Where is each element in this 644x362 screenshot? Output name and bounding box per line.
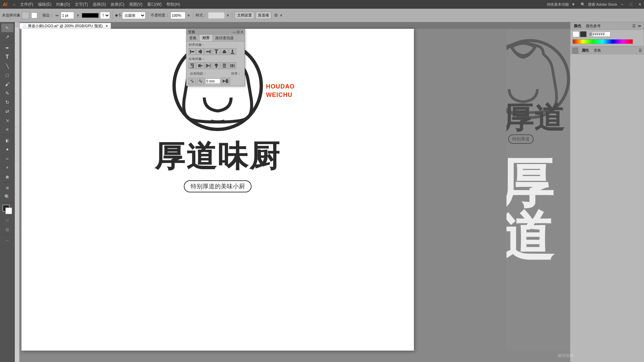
paintbrush-tool[interactable]: 🖌 [1,80,13,88]
opacity-down-arrow[interactable]: ▼ [187,13,191,17]
direct-selection-tool[interactable]: ↗ [1,33,13,41]
menu-help[interactable]: 帮助(H) [164,1,182,8]
more-arrow[interactable]: ▼ [279,13,283,17]
stroke-label: 描边： [42,13,53,18]
color-tab[interactable]: 颜色 [573,23,583,28]
symbol-tool[interactable]: ⚘ [1,163,13,172]
align-panel-menu-icon[interactable]: ☰ [237,30,240,34]
pathfinder-tab-btn[interactable]: 路径查找器 [213,35,237,41]
svg-rect-57 [208,65,210,66]
rotate-tool[interactable]: ↻ [1,98,13,107]
draw-mode-normal[interactable]: □ [1,216,13,225]
spacing-value-input[interactable] [205,78,220,84]
dist-hcenter-btn[interactable] [213,62,220,69]
panel-expand-icon[interactable]: ≫ [638,24,642,28]
close-button[interactable]: ✕ [635,0,644,9]
style-preview[interactable] [208,12,225,19]
white-swatch[interactable] [573,31,579,37]
artboard-tool[interactable]: ⊞ [1,183,13,192]
transform-tab-btn[interactable]: 变换 [186,35,200,41]
props-menu-icon[interactable]: ☰ [639,48,642,53]
hex-color-input[interactable] [592,32,610,37]
dist-spacing-h-btn[interactable] [229,62,236,69]
menu-effect[interactable]: 效果(C) [109,1,126,8]
fill-color-swatch[interactable] [31,12,37,18]
selection-tool[interactable]: ↖ [1,23,13,32]
minimize-button[interactable]: ─ [618,0,627,9]
dist-bottom-btn[interactable] [205,62,212,69]
menu-edit[interactable]: 编辑(E) [36,1,53,8]
dist-horiz-space-btn[interactable] [197,78,204,84]
stroke-width-input[interactable] [61,12,74,19]
align-top-btn[interactable] [213,48,220,55]
canvas-area[interactable]: 📄 厚道小厨LOGO.ai* @ 200% (RGB/GPU 预览) ✕ [15,22,570,362]
menu-window[interactable]: 窗口(W) [145,1,164,8]
style-down-arrow[interactable]: ▼ [226,13,230,17]
blend-tool[interactable]: ∞ [1,154,13,163]
dist-spacing-v-btn[interactable] [221,62,228,69]
align-bottom-btn[interactable] [229,48,236,55]
align-to-btn[interactable] [221,78,230,84]
shape-type-select[interactable]: 点圆形 [122,12,146,19]
menu-file[interactable]: 文件(F) [18,1,35,8]
color-swatches[interactable] [3,205,12,214]
opacity-input[interactable] [170,12,185,19]
align-panel-x-icon[interactable]: ✕ [240,30,243,34]
maximize-button[interactable]: □ [627,0,635,9]
dist-vert-space-btn[interactable] [189,78,196,84]
background-color[interactable] [5,207,12,214]
menu-type[interactable]: 文字(T) [73,1,90,8]
menu-select[interactable]: 选择(S) [91,1,108,8]
align-right-btn[interactable] [205,48,212,55]
eyedropper-tool[interactable]: ✦ [1,145,13,154]
zoom-tool[interactable]: 🔍 [1,192,13,201]
more-tools[interactable]: ··· [1,236,13,245]
separator-4 [193,11,193,19]
home-icon[interactable]: ⌂ [11,1,17,8]
align-panel-titlebar[interactable]: 变换 — ☰ ✕ [186,29,245,35]
color-panel: 颜色 颜色参考 ☰ ≫ # [570,22,644,46]
color-spectrum[interactable] [573,39,633,44]
tab-close-icon[interactable]: ✕ [105,24,108,28]
panel-menu-icon[interactable]: ☰ [632,24,636,28]
align-tab-btn[interactable]: 对齐 [200,35,213,41]
properties-tab[interactable]: 属性 [580,48,590,53]
shape-tool[interactable]: □ [1,71,13,79]
black-swatch[interactable] [580,31,587,37]
menu-object[interactable]: 对象(O) [54,1,72,8]
align-panel-close-icon[interactable]: — [233,30,236,34]
align-center-v-btn[interactable] [221,48,228,55]
stroke-color-swatch[interactable] [22,12,29,19]
dropdown-arrow[interactable]: ▼ [572,2,575,6]
warp-tool[interactable]: ≋ [1,125,13,134]
transform-tab[interactable]: 变换 [592,48,602,53]
separator-1 [40,11,40,19]
pen-tool[interactable]: ✒ [1,44,13,52]
stroke-style-select[interactable]: 等比 [100,12,110,19]
preferences-button[interactable]: 首选项 [256,12,271,19]
separator-5 [232,11,232,19]
align-center-h-btn[interactable] [197,48,204,55]
stroke-down-arrow[interactable]: ▼ [76,13,80,17]
svg-rect-59 [215,64,218,65]
scale-tool[interactable]: ⇲ [1,116,13,125]
mirror-tool[interactable]: ⇄ [1,107,13,116]
more-options-icon[interactable]: ⚙ [274,13,278,18]
column-graph-tool[interactable]: ▦ [1,172,13,181]
app-logo: Ai [3,2,7,7]
line-tool[interactable]: ╲ [1,62,13,70]
svg-rect-56 [207,64,208,67]
document-tab[interactable]: 📄 厚道小厨LOGO.ai* @ 200% (RGB/GPU 预览) ✕ [19,23,111,29]
dist-top-btn[interactable] [189,62,196,69]
align-panel-controls: — ☰ ✕ [233,30,243,34]
pencil-tool[interactable]: ✎ [1,89,13,98]
right-preview-area: 厚道 特别厚道 厚道 [506,29,570,351]
document-setup-button[interactable]: 文档设置 [235,12,254,19]
draw-mode-behind[interactable]: ◫ [1,225,13,234]
align-left-btn[interactable] [189,48,196,55]
gradient-tool[interactable]: ◧ [1,136,13,145]
dist-vcenter-btn[interactable] [197,62,204,69]
menu-view[interactable]: 视图(V) [127,1,145,8]
color-ref-tab[interactable]: 颜色参考 [585,23,602,28]
type-tool[interactable]: T [1,53,13,61]
